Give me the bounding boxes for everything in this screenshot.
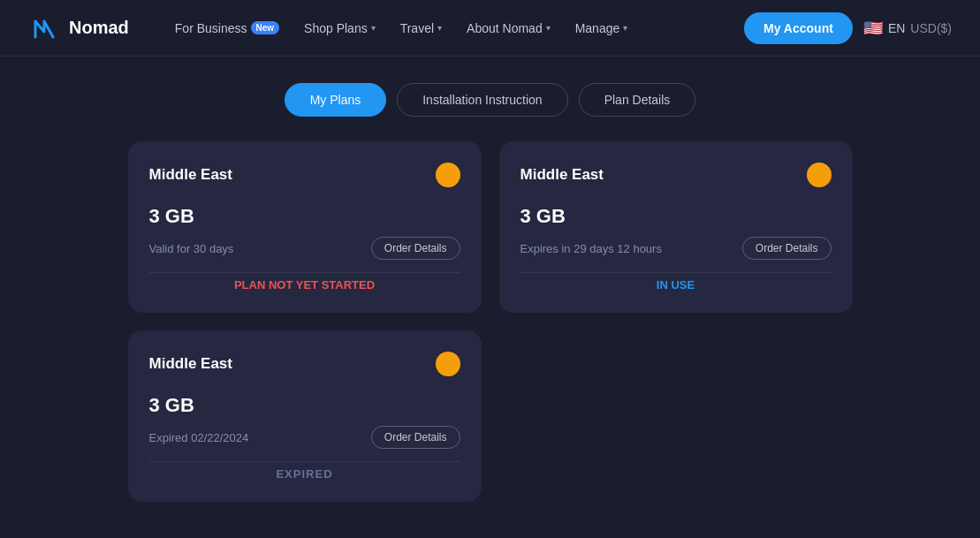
order-details-btn-2[interactable]: Order Details — [742, 237, 832, 260]
logo[interactable]: Nomad — [28, 12, 129, 44]
flag-icon: 🇺🇸 — [863, 19, 883, 38]
manage-chevron-icon: ▾ — [623, 23, 627, 33]
tabs-row: My Plans Installation Instruction Plan D… — [35, 83, 945, 117]
card-status-1: PLAN NOT YET STARTED — [149, 272, 460, 292]
card-gb-1: 3 GB — [149, 205, 460, 228]
plans-grid-bottom: Middle East 3 GB Expired 02/22/2024 Orde… — [128, 330, 853, 502]
brand-name: Nomad — [69, 18, 129, 38]
card-region-1: Middle East — [149, 166, 232, 184]
nav-travel[interactable]: Travel ▾ — [390, 16, 452, 41]
card-validity-3: Expired 02/22/2024 — [149, 431, 249, 444]
about-chevron-icon: ▾ — [546, 23, 551, 33]
plan-card-2: Middle East 3 GB Expires in 29 days 12 h… — [499, 141, 853, 313]
card-gb-2: 3 GB — [520, 205, 832, 228]
order-details-btn-1[interactable]: Order Details — [371, 237, 460, 260]
card-validity-1: Valid for 30 days — [149, 242, 234, 255]
card-status-2: IN USE — [520, 272, 832, 292]
signal-dot-1 — [436, 163, 460, 187]
travel-chevron-icon: ▾ — [437, 23, 442, 33]
my-account-button[interactable]: My Account — [744, 12, 853, 44]
nav-about-nomad[interactable]: About Nomad ▾ — [456, 16, 561, 41]
card-info-row-2: Expires in 29 days 12 hours Order Detail… — [520, 237, 832, 260]
order-details-btn-3[interactable]: Order Details — [371, 426, 460, 449]
card-region-2: Middle East — [520, 166, 604, 184]
card-header-2: Middle East — [520, 163, 832, 187]
card-header-1: Middle East — [149, 163, 460, 187]
nav-manage[interactable]: Manage ▾ — [565, 16, 639, 41]
nav-shop-plans[interactable]: Shop Plans ▾ — [293, 16, 386, 41]
tab-installation-instruction[interactable]: Installation Instruction — [397, 83, 567, 117]
card-info-row-3: Expired 02/22/2024 Order Details — [149, 426, 460, 449]
card-header-3: Middle East — [149, 352, 460, 376]
tab-plan-details[interactable]: Plan Details — [579, 83, 696, 117]
main-content: My Plans Installation Instruction Plan D… — [0, 57, 980, 528]
new-badge: New — [251, 21, 280, 34]
nav-links: For Business New Shop Plans ▾ Travel ▾ A… — [164, 16, 744, 41]
nav-for-business[interactable]: For Business New — [164, 16, 290, 41]
card-validity-2: Expires in 29 days 12 hours — [520, 242, 662, 255]
plan-card-3: Middle East 3 GB Expired 02/22/2024 Orde… — [128, 330, 482, 502]
nomad-logo-icon — [28, 12, 60, 44]
shop-plans-chevron-icon: ▾ — [371, 23, 376, 33]
plan-card-1: Middle East 3 GB Valid for 30 days Order… — [128, 141, 482, 313]
navbar: Nomad For Business New Shop Plans ▾ Trav… — [0, 0, 980, 57]
card-region-3: Middle East — [149, 355, 232, 373]
card-info-row-1: Valid for 30 days Order Details — [149, 237, 460, 260]
plans-grid-top: Middle East 3 GB Valid for 30 days Order… — [128, 141, 853, 313]
language-selector[interactable]: 🇺🇸 EN USD($) — [863, 19, 952, 38]
card-gb-3: 3 GB — [149, 394, 460, 417]
card-status-3: EXPIRED — [149, 461, 460, 481]
signal-dot-3 — [436, 352, 460, 376]
nav-right: My Account 🇺🇸 EN USD($) — [744, 12, 952, 44]
signal-dot-2 — [807, 163, 832, 187]
tab-my-plans[interactable]: My Plans — [285, 83, 387, 117]
